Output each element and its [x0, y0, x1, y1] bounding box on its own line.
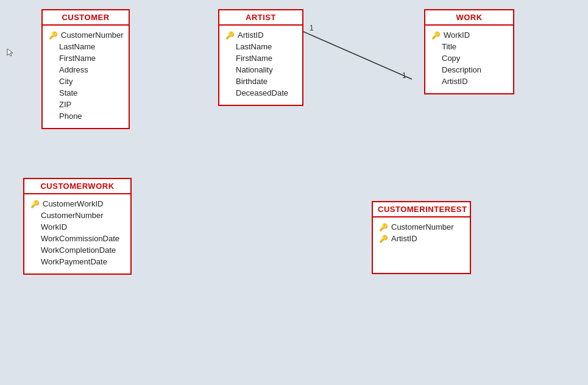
field-nationality: Nationality — [225, 64, 296, 76]
svg-text:1: 1 — [310, 24, 314, 32]
field-customernumber: 🔑 CustomerNumber — [49, 29, 122, 41]
field-artistid: 🔑 ArtistID — [225, 29, 296, 41]
key-icon-customernumber: 🔑 — [49, 31, 58, 40]
field-address: Address — [49, 64, 122, 76]
customerwork-entity: CUSTOMERWORK 🔑 CustomerWorkID CustomerNu… — [23, 178, 132, 275]
work-title: WORK — [425, 10, 513, 26]
svg-text:1: 1 — [402, 71, 406, 80]
field-workcompletiondate: WorkCompletionDate — [30, 244, 124, 256]
field-phone: Phone — [49, 110, 122, 122]
artist-title: ARTIST — [219, 10, 302, 26]
key-icon-ci-artistid: 🔑 — [379, 235, 388, 243]
field-workpaymentdate: WorkPaymentDate — [30, 256, 124, 267]
customerwork-body: 🔑 CustomerWorkID CustomerNumber WorkID W… — [24, 194, 130, 274]
key-icon-workid: 🔑 — [431, 31, 441, 40]
field-artist-lastname: LastName — [225, 41, 296, 52]
field-work-artistid: ArtistID — [431, 76, 507, 87]
customerinterest-title: CUSTOMERINTEREST — [373, 202, 470, 217]
field-ci-artistid: 🔑 ArtistID — [379, 233, 464, 244]
field-ci-customernumber: 🔑 CustomerNumber — [379, 221, 464, 233]
field-state: State — [49, 87, 122, 99]
customer-body: 🔑 CustomerNumber LastName FirstName Addr… — [43, 26, 129, 128]
field-workcommissiondate: WorkCommissionDate — [30, 233, 124, 244]
cursor-icon — [6, 48, 16, 57]
field-customerworkid: 🔑 CustomerWorkID — [30, 198, 124, 210]
field-cw-workid: WorkID — [30, 221, 124, 233]
field-description: Description — [431, 64, 507, 76]
artist-body: 🔑 ArtistID LastName FirstName Nationalit… — [219, 26, 302, 105]
customerinterest-entity: CUSTOMERINTEREST 🔑 CustomerNumber 🔑 Arti… — [372, 201, 471, 274]
svg-line-0 — [303, 32, 412, 79]
field-artist-firstname: FirstName — [225, 52, 296, 64]
key-icon-customerworkid: 🔑 — [30, 200, 40, 208]
customerinterest-body: 🔑 CustomerNumber 🔑 ArtistID — [373, 217, 470, 250]
field-title: Title — [431, 41, 507, 52]
customerwork-title: CUSTOMERWORK — [24, 179, 130, 194]
key-icon-artistid: 🔑 — [225, 31, 235, 40]
artist-entity: ARTIST 🔑 ArtistID LastName FirstName Nat… — [218, 9, 303, 106]
field-cw-customernumber: CustomerNumber — [30, 210, 124, 221]
work-entity: WORK 🔑 WorkID Title Copy Description Art… — [424, 9, 514, 94]
field-firstname: FirstName — [49, 52, 122, 64]
work-body: 🔑 WorkID Title Copy Description ArtistID — [425, 26, 513, 93]
field-zip: ZIP — [49, 99, 122, 110]
field-deceaseddate: DeceasedDate — [225, 87, 296, 99]
field-birthdate: Birthdate — [225, 76, 296, 87]
key-icon-ci-customernumber: 🔑 — [379, 223, 388, 231]
field-workid: 🔑 WorkID — [431, 29, 507, 41]
customer-title: CUSTOMER — [43, 10, 129, 26]
field-lastname: LastName — [49, 41, 122, 52]
field-city: City — [49, 76, 122, 87]
field-copy: Copy — [431, 52, 507, 64]
customer-entity: CUSTOMER 🔑 CustomerNumber LastName First… — [41, 9, 130, 129]
